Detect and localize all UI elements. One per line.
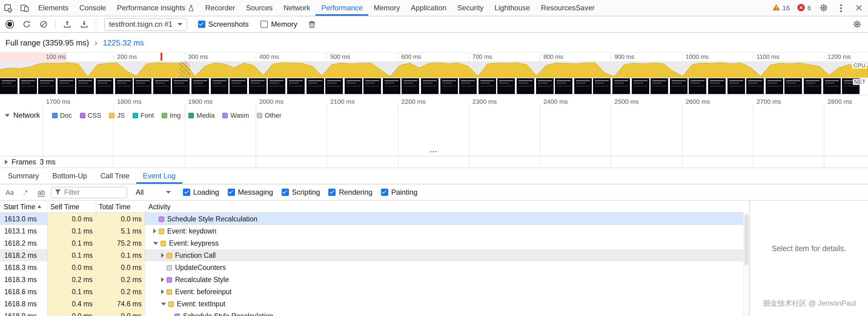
tab-event-log[interactable]: Event Log <box>136 168 182 184</box>
event-log-row[interactable]: 1618.2 ms0.1 ms0.1 msFunction Call <box>0 249 743 261</box>
filmstrip-thumbnail[interactable] <box>134 78 151 94</box>
filmstrip-thumbnail[interactable] <box>211 78 228 94</box>
filmstrip-thumbnail[interactable] <box>689 78 707 94</box>
duration-filter-select[interactable]: All <box>133 188 173 197</box>
tab-security[interactable]: Security <box>452 0 489 16</box>
filmstrip-thumbnail[interactable] <box>38 78 56 94</box>
collapse-network-icon[interactable] <box>5 114 10 117</box>
tab-bottom-up[interactable]: Bottom-Up <box>46 168 94 184</box>
tab-memory[interactable]: Memory <box>368 0 406 16</box>
reload-and-record-icon[interactable] <box>20 17 34 32</box>
column-header-self-time[interactable]: Self Time <box>47 203 96 210</box>
filmstrip-thumbnail[interactable] <box>19 78 37 94</box>
filmstrip-thumbnail[interactable] <box>115 78 132 94</box>
tab-performance-insights[interactable]: Performance insights <box>112 0 199 16</box>
expander-down-icon[interactable] <box>153 242 158 245</box>
filmstrip-thumbnail[interactable] <box>172 78 190 94</box>
filmstrip-thumbnail[interactable] <box>593 78 611 94</box>
filmstrip-thumbnail[interactable] <box>421 78 438 94</box>
tab-network[interactable]: Network <box>278 0 316 16</box>
expander-right-icon[interactable] <box>161 277 164 282</box>
filmstrip-thumbnail[interactable] <box>631 78 649 94</box>
load-profile-icon[interactable] <box>60 17 74 32</box>
screenshots-checkbox[interactable]: Screenshots <box>198 20 248 29</box>
event-log-row[interactable]: 1618.8 ms0.4 ms74.6 msEvent: textInput <box>0 298 743 310</box>
timeline-ruler[interactable]: 1700 ms1800 ms1900 ms2000 ms2100 ms2200 … <box>0 95 868 109</box>
filmstrip-thumbnail[interactable] <box>574 78 592 94</box>
filmstrip-thumbnail[interactable] <box>460 78 477 94</box>
expander-down-icon[interactable] <box>161 303 166 306</box>
category-checkbox-scripting[interactable]: Scripting <box>282 188 320 197</box>
tab-application[interactable]: Application <box>405 0 452 16</box>
expand-frames-icon[interactable] <box>5 160 8 164</box>
category-checkbox-painting[interactable]: Painting <box>381 188 417 197</box>
cpu-activity-chart[interactable]: CPU <box>0 61 868 78</box>
filmstrip-thumbnail[interactable] <box>536 78 553 94</box>
regex-button[interactable]: .* <box>20 187 31 198</box>
filmstrip-thumbnail[interactable] <box>229 78 247 94</box>
match-whole-word-button[interactable]: ab <box>35 187 47 198</box>
filmstrip-thumbnail[interactable] <box>651 78 668 94</box>
filmstrip-thumbnail[interactable] <box>498 78 515 94</box>
frames-track-title[interactable]: Frames <box>11 158 36 166</box>
event-log-row[interactable]: 1613.0 ms0.0 ms0.0 msSchedule Style Reca… <box>0 213 743 225</box>
category-checkbox-loading[interactable]: Loading <box>183 188 219 197</box>
expander-right-icon[interactable] <box>153 229 156 233</box>
scrollbar-thumb[interactable] <box>744 214 749 265</box>
event-log-row[interactable]: 1618.2 ms0.1 ms75.2 msEvent: keypress <box>0 237 743 249</box>
filmstrip-thumbnail[interactable] <box>383 78 400 94</box>
close-icon[interactable] <box>850 0 867 16</box>
record-button[interactable] <box>2 17 17 32</box>
match-case-button[interactable]: Aa <box>4 187 16 198</box>
filmstrip-thumbnail[interactable] <box>670 78 687 94</box>
tab-recorder[interactable]: Recorder <box>200 0 241 16</box>
filmstrip-thumbnail[interactable] <box>708 78 726 94</box>
column-header-start-time[interactable]: Start Time <box>0 203 47 210</box>
errors-badge[interactable]: 6 <box>794 3 814 12</box>
warnings-badge[interactable]: 16 <box>769 4 793 12</box>
filmstrip-thumbnail[interactable] <box>268 78 286 94</box>
filmstrip-thumbnail[interactable] <box>440 78 458 94</box>
tab-sources[interactable]: Sources <box>241 0 278 16</box>
tab-lighthouse[interactable]: Lighthouse <box>489 0 535 16</box>
filmstrip-thumbnail[interactable] <box>402 78 420 94</box>
filmstrip-thumbnail[interactable] <box>0 78 18 94</box>
filmstrip-thumbnail[interactable] <box>746 78 764 94</box>
capture-settings-gear-icon[interactable] <box>850 17 864 32</box>
save-profile-icon[interactable] <box>77 17 91 32</box>
column-header-total-time[interactable]: Total Time <box>96 203 145 210</box>
timeline-overview[interactable]: 100 ms200 ms300 ms400 ms500 ms600 ms700 … <box>0 53 868 78</box>
collect-garbage-icon[interactable] <box>305 17 319 32</box>
tab-performance[interactable]: Performance <box>316 0 368 16</box>
filmstrip-thumbnail[interactable] <box>766 78 783 94</box>
breadcrumb-full-range[interactable]: Full range (3359.95 ms) <box>5 38 89 47</box>
event-log-row[interactable]: 1618.6 ms0.1 ms0.2 msEvent: beforeinput <box>0 286 743 298</box>
event-log-row[interactable]: 1618.3 ms0.2 ms0.2 msRecalculate Style <box>0 274 743 286</box>
filmstrip-thumbnail[interactable] <box>325 78 343 94</box>
network-track-title[interactable]: Network <box>13 111 40 119</box>
device-toolbar-icon[interactable] <box>17 0 33 16</box>
filmstrip-thumbnail[interactable] <box>555 78 572 94</box>
filmstrip-thumbnail[interactable] <box>153 78 171 94</box>
filmstrip-thumbnail[interactable] <box>727 78 745 94</box>
settings-gear-icon[interactable] <box>815 0 832 16</box>
expander-right-icon[interactable] <box>161 289 164 294</box>
event-log-row[interactable]: 1618.9 ms0.0 ms0.0 msSchedule Style Reca… <box>0 310 743 316</box>
event-log-row[interactable]: 1618.3 ms0.0 ms0.0 msUpdateCounters <box>0 261 743 274</box>
tab-call-tree[interactable]: Call Tree <box>94 168 136 184</box>
kebab-menu-icon[interactable] <box>833 0 849 16</box>
tab-summary[interactable]: Summary <box>1 168 46 184</box>
filmstrip-thumbnail[interactable] <box>517 78 534 94</box>
expander-right-icon[interactable] <box>161 253 164 258</box>
column-header-activity[interactable]: Activity <box>145 203 743 210</box>
hidden-tracks-button[interactable]: ... <box>430 146 438 154</box>
filmstrip-thumbnail[interactable] <box>191 78 209 94</box>
filmstrip-thumbnail[interactable] <box>96 78 113 94</box>
filmstrip-thumbnail[interactable] <box>823 78 840 94</box>
filter-input[interactable]: Filter <box>51 186 127 198</box>
category-checkbox-rendering[interactable]: Rendering <box>329 188 373 197</box>
breadcrumb-selection[interactable]: 1225.32 ms <box>103 38 144 47</box>
inspect-element-icon[interactable] <box>0 0 17 16</box>
event-log-row[interactable]: 1613.1 ms0.1 ms5.1 msEvent: keydown <box>0 225 743 237</box>
filmstrip-thumbnail[interactable] <box>478 78 496 94</box>
